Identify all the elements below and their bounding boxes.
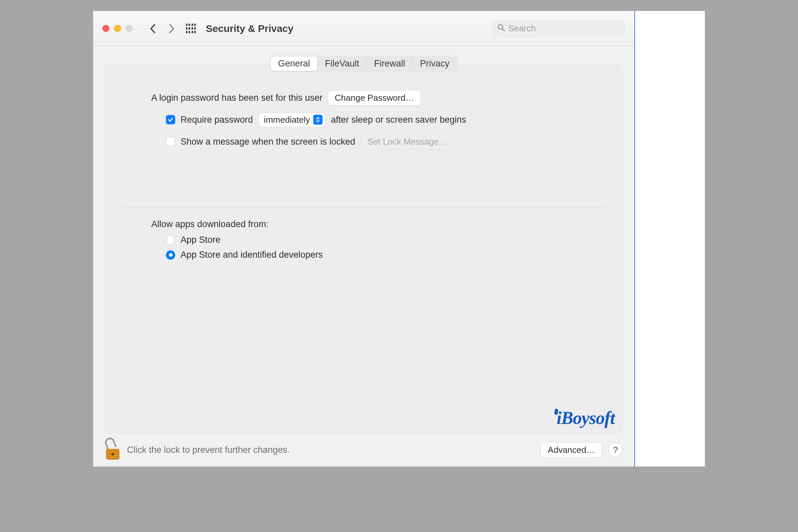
login-password-set-label: A login password has been set for this u…: [151, 93, 323, 103]
window-toolbar: Security & Privacy: [93, 11, 634, 46]
allow-apps-radio-group: App Store App Store and identified devel…: [151, 235, 604, 260]
tab-bar: General FileVault Firewall Privacy: [270, 56, 458, 72]
lock-icon[interactable]: [105, 440, 120, 459]
zoom-window-button[interactable]: [126, 25, 133, 32]
radio-icon: [166, 250, 175, 260]
allow-apps-heading: Allow apps downloaded from:: [151, 219, 604, 229]
advanced-button[interactable]: Advanced…: [540, 442, 602, 458]
select-stepper-icon: [313, 115, 323, 125]
tab-general[interactable]: General: [271, 57, 317, 71]
search-input[interactable]: [508, 23, 620, 34]
set-lock-message-button: Set Lock Message…: [360, 134, 454, 150]
show-lock-message-label: Show a message when the screen is locked: [180, 137, 355, 147]
lock-hint-label: Click the lock to prevent further change…: [127, 445, 290, 455]
require-password-delay-select[interactable]: immediately: [258, 113, 326, 127]
allow-apps-option-label: App Store: [180, 235, 221, 245]
close-window-button[interactable]: [102, 25, 109, 32]
back-button[interactable]: [146, 22, 160, 36]
require-password-checkbox[interactable]: [166, 115, 175, 125]
allow-apps-option-app-store-identified[interactable]: App Store and identified developers: [166, 250, 604, 260]
window-footer: Click the lock to prevent further change…: [93, 433, 634, 467]
login-password-section: A login password has been set for this u…: [124, 89, 604, 151]
page-background: Security & Privacy General FileVault Fir…: [93, 11, 705, 467]
watermark: iBoysoft: [555, 407, 615, 428]
change-password-button[interactable]: Change Password…: [328, 90, 421, 106]
allow-apps-section: Allow apps downloaded from: App Store Ap…: [124, 219, 604, 260]
window-title: Security & Privacy: [206, 23, 293, 34]
search-icon: [497, 24, 505, 34]
tab-privacy[interactable]: Privacy: [413, 57, 457, 71]
require-password-delay-value: immediately: [264, 115, 310, 125]
forward-button[interactable]: [165, 22, 178, 36]
search-field[interactable]: [492, 21, 625, 37]
general-pane: A login password has been set for this u…: [105, 64, 623, 433]
tab-firewall[interactable]: Firewall: [367, 57, 412, 71]
svg-line-1: [502, 28, 505, 31]
show-lock-message-checkbox[interactable]: [166, 137, 175, 146]
require-password-prefix: Require password: [180, 115, 253, 125]
traffic-lights: [102, 25, 133, 32]
tab-filevault[interactable]: FileVault: [318, 57, 366, 71]
allow-apps-option-app-store[interactable]: App Store: [166, 235, 604, 245]
minimize-window-button[interactable]: [114, 25, 121, 32]
window-body: General FileVault Firewall Privacy A log…: [93, 46, 634, 433]
preferences-window: Security & Privacy General FileVault Fir…: [93, 11, 635, 467]
help-button[interactable]: ?: [608, 443, 623, 457]
radio-icon: [166, 235, 175, 245]
show-all-preferences-icon[interactable]: [186, 24, 196, 34]
allow-apps-option-label: App Store and identified developers: [180, 250, 323, 260]
require-password-suffix: after sleep or screen saver begins: [331, 115, 466, 125]
